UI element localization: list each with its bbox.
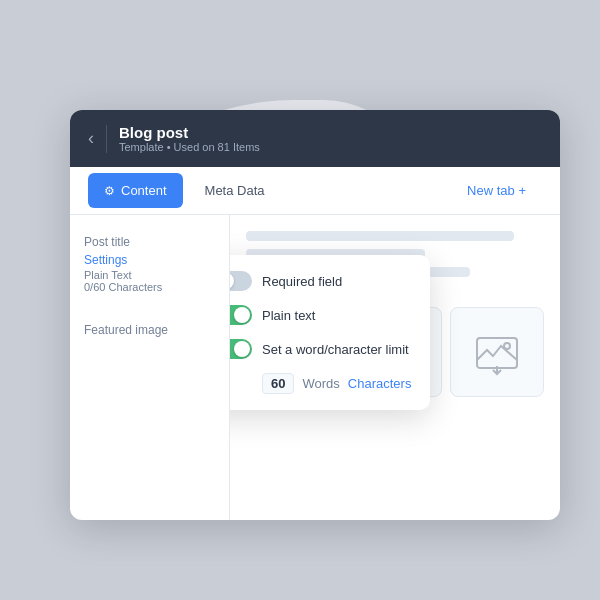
upload-icon-3	[473, 328, 521, 376]
tab-bar: ⚙ Content Meta Data New tab +	[70, 167, 560, 215]
word-limit-label: Set a word/character limit	[262, 342, 409, 357]
post-title-section: Post title Settings Plain Text 0/60 Char…	[84, 235, 215, 293]
gear-icon: ⚙	[104, 184, 115, 198]
header-title: Blog post	[119, 124, 260, 141]
card-header: ‹ Blog post Template • Used on 81 Items	[70, 110, 560, 167]
settings-dropdown: Required field Plain text	[230, 255, 430, 410]
required-field-label: Required field	[262, 274, 342, 289]
word-limit-toggle[interactable]	[230, 339, 252, 359]
main-content: Required field Plain text	[230, 215, 560, 520]
scene: ‹ Blog post Template • Used on 81 Items …	[40, 70, 560, 530]
skeleton-line-1	[246, 231, 514, 241]
main-card: ‹ Blog post Template • Used on 81 Items …	[70, 110, 560, 520]
tab-new[interactable]: New tab +	[451, 173, 542, 208]
limit-words[interactable]: Words	[302, 376, 339, 391]
header-title-group: Blog post Template • Used on 81 Items	[119, 124, 260, 153]
required-field-toggle[interactable]	[230, 271, 252, 291]
required-field-row: Required field	[230, 271, 414, 291]
tab-new-label: New tab +	[467, 183, 526, 198]
svg-point-7	[504, 343, 510, 349]
header-subtitle: Template • Used on 81 Items	[119, 141, 260, 153]
sidebar: Post title Settings Plain Text 0/60 Char…	[70, 215, 230, 520]
chars-count: 0/60 Characters	[84, 281, 215, 293]
tab-content-label: Content	[121, 183, 167, 198]
plain-text-row: Plain text	[230, 305, 414, 325]
image-card-3[interactable]	[450, 307, 544, 397]
toggle-knob-limit	[234, 341, 250, 357]
post-title-label: Post title	[84, 235, 215, 249]
plain-text-label: Plain Text	[84, 269, 215, 281]
plain-text-dropdown-label: Plain text	[262, 308, 315, 323]
word-limit-row: Set a word/character limit	[230, 339, 414, 359]
header-divider	[106, 125, 107, 153]
limit-row: 60 Words Characters	[262, 373, 414, 394]
tab-metadata-label: Meta Data	[205, 183, 265, 198]
settings-link[interactable]: Settings	[84, 253, 215, 267]
content-area: Post title Settings Plain Text 0/60 Char…	[70, 215, 560, 520]
toggle-knob-required	[230, 273, 234, 289]
plain-text-toggle[interactable]	[230, 305, 252, 325]
back-button[interactable]: ‹	[88, 128, 94, 149]
limit-value[interactable]: 60	[262, 373, 294, 394]
tab-content[interactable]: ⚙ Content	[88, 173, 183, 208]
featured-image-label: Featured image	[84, 323, 215, 337]
tab-metadata[interactable]: Meta Data	[189, 173, 281, 208]
toggle-knob-plain	[234, 307, 250, 323]
limit-characters[interactable]: Characters	[348, 376, 412, 391]
